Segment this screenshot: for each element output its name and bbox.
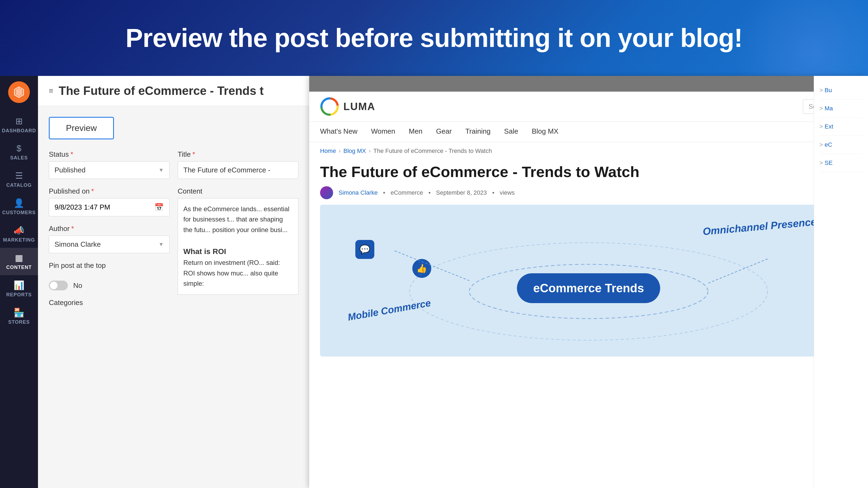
sidebar-item-customers[interactable]: 👤 CUSTOMERS [0, 193, 38, 220]
required-indicator: * [91, 187, 94, 195]
sidebar-item-marketing[interactable]: 📣 MARKETING [0, 220, 38, 248]
required-indicator: * [71, 225, 74, 233]
right-sidebar-item-bu[interactable]: Bu [819, 82, 863, 99]
preview-button[interactable]: Preview [49, 117, 114, 139]
luma-logo[interactable]: LUMA [320, 97, 375, 116]
marketing-icon: 📣 [13, 225, 24, 236]
sidebar-item-sales[interactable]: $ SALES [0, 138, 38, 166]
categories-row: Categories [49, 298, 169, 307]
sidebar-item-label: CUSTOMERS [2, 210, 36, 216]
dropdown-arrow-icon: ▼ [158, 241, 164, 248]
admin-form-left: Status * Published ▼ Published on * [49, 150, 169, 315]
article-views: views [500, 189, 515, 196]
center-bubble: eCommerce Trends [517, 273, 660, 303]
admin-form: Status * Published ▼ Published on * [49, 150, 299, 315]
nav-item-blog-mx[interactable]: Blog MX [532, 122, 558, 142]
customers-icon: 👤 [13, 198, 24, 208]
sidebar-item-label: MARKETING [3, 237, 35, 243]
svg-line-4 [708, 259, 768, 283]
status-dropdown[interactable]: Published ▼ [49, 161, 169, 179]
sidebar-item-dashboard[interactable]: ⊞ DASHBOARD [0, 111, 38, 138]
like-icon: 👍 [412, 259, 431, 278]
published-on-row: Published on * 9/8/2023 1:47 PM 📅 [49, 187, 169, 216]
required-indicator: * [70, 150, 73, 159]
published-on-label: Published on * [49, 187, 169, 195]
article-title: The Future of eCommerce - Trends to Watc… [309, 160, 868, 186]
magento-sidebar: ⊞ DASHBOARD $ SALES ☰ CATALOG 👤 CUSTOMER… [0, 76, 38, 488]
status-row: Status * Published ▼ [49, 150, 169, 179]
sidebar-item-reports[interactable]: 📊 REPORTS [0, 275, 38, 302]
blog-preview: Sign In or LUMA Sear What's New Women Me… [309, 76, 868, 488]
right-sidebar-item-ec[interactable]: eC [819, 136, 863, 154]
title-input[interactable]: The Future of eCommerce - [178, 161, 299, 179]
sidebar-item-label: CONTENT [6, 265, 32, 270]
admin-post-title: The Future of eCommerce - Trends t [59, 84, 264, 98]
chat-icon: 💬 [355, 240, 374, 259]
pin-post-toggle-row: No [49, 281, 169, 290]
blog-right-sidebar: Bu Ma Ext eC SE [814, 76, 868, 488]
breadcrumb: Home › Blog MX › The Future of eCommerce… [309, 142, 868, 160]
sales-icon: $ [17, 143, 22, 154]
sidebar-item-label: DASHBOARD [2, 128, 36, 134]
sidebar-item-label: STORES [8, 319, 30, 325]
breadcrumb-sep1: › [339, 148, 341, 155]
nav-item-men[interactable]: Men [409, 122, 423, 142]
nav-item-training[interactable]: Training [465, 122, 490, 142]
mobile-text: Mobile Commerce [347, 297, 432, 323]
blog-featured-image: 💬 👍 🛒 Omnichannel Presence Mobile Commer… [320, 205, 857, 357]
pin-post-row: Pin post at the top [49, 261, 169, 272]
content-row: Content As the eCommerce lands... essent… [178, 187, 299, 295]
right-sidebar-item-ma[interactable]: Ma [819, 99, 863, 118]
luma-brand-name: LUMA [343, 101, 375, 112]
catalog-icon: ☰ [15, 170, 23, 181]
toggle-label: No [73, 282, 82, 290]
breadcrumb-home[interactable]: Home [320, 148, 336, 155]
sidebar-item-label: SALES [10, 155, 28, 161]
title-label: Title * [178, 150, 299, 159]
admin-body: Preview Status * Published ▼ [38, 106, 309, 326]
content-label: Content [178, 187, 299, 195]
status-label: Status * [49, 150, 169, 159]
author-label: Author * [49, 225, 169, 233]
article-category[interactable]: eCommerce [391, 189, 423, 196]
admin-header: ≡ The Future of eCommerce - Trends t [38, 76, 309, 106]
calendar-icon: 📅 [154, 203, 164, 212]
main-area: ⊞ DASHBOARD $ SALES ☰ CATALOG 👤 CUSTOMER… [0, 76, 868, 488]
breadcrumb-current: The Future of eCommerce - Trends to Watc… [373, 148, 492, 155]
svg-line-3 [395, 251, 469, 281]
sidebar-item-label: REPORTS [6, 292, 32, 298]
reports-icon: 📊 [13, 280, 24, 290]
magento-logo[interactable] [8, 82, 30, 103]
pin-post-toggle[interactable] [49, 281, 68, 290]
article-date: September 8, 2023 [436, 189, 487, 196]
menu-icon: ≡ [49, 87, 53, 95]
banner-title: Preview the post before submitting it on… [126, 23, 742, 53]
right-sidebar-item-ext[interactable]: Ext [819, 118, 863, 136]
breadcrumb-blog[interactable]: Blog MX [343, 148, 366, 155]
nav-item-gear[interactable]: Gear [436, 122, 452, 142]
admin-form-right: Title * The Future of eCommerce - Conten… [178, 150, 299, 315]
article-meta: Simona Clarke • eCommerce • September 8,… [309, 186, 868, 205]
author-dropdown[interactable]: Simona Clarke ▼ [49, 236, 169, 253]
nav-item-whats-new[interactable]: What's New [320, 122, 358, 142]
author-row: Author * Simona Clarke ▼ [49, 225, 169, 253]
author-avatar [320, 186, 333, 199]
right-sidebar-item-se[interactable]: SE [819, 154, 863, 172]
categories-label: Categories [49, 298, 169, 307]
sidebar-item-stores[interactable]: 🏪 STORES [0, 302, 38, 330]
author-name[interactable]: Simona Clarke [339, 189, 378, 196]
sidebar-item-content[interactable]: ▦ CONTENT [0, 248, 38, 275]
meta-sep2: • [429, 189, 431, 196]
published-on-input[interactable]: 9/8/2023 1:47 PM 📅 [49, 198, 169, 216]
dashboard-icon: ⊞ [16, 116, 23, 126]
stores-icon: 🏪 [13, 307, 24, 318]
blog-nav-header: LUMA Sear [309, 92, 868, 122]
nav-item-women[interactable]: Women [371, 122, 395, 142]
sidebar-item-label: CATALOG [6, 183, 31, 188]
content-editor[interactable]: As the eCommerce lands... essential for … [178, 198, 299, 295]
nav-item-sale[interactable]: Sale [504, 122, 518, 142]
ecommerce-visual: 💬 👍 🛒 Omnichannel Presence Mobile Commer… [320, 205, 857, 357]
meta-sep3: • [492, 189, 495, 196]
required-indicator: * [192, 150, 195, 159]
sidebar-item-catalog[interactable]: ☰ CATALOG [0, 166, 38, 193]
